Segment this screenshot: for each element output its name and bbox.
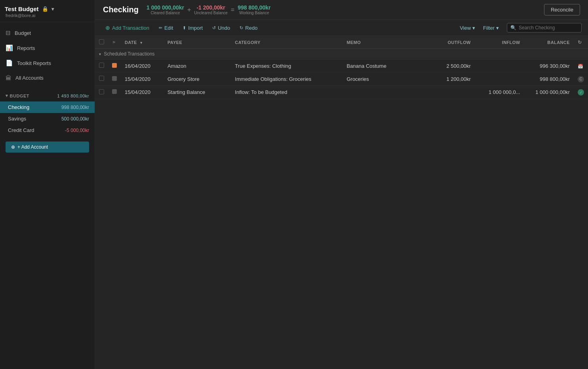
scheduled-group-row[interactable]: ▾ Scheduled Transactions [95,49,588,59]
cleared-balance-block: 1 000 000,00kr Cleared Balance [147,4,184,15]
account-name-savings: Savings [8,116,26,122]
app-title-text: Test Budget [5,6,39,12]
col-header-outflow[interactable]: OUTFLOW [425,36,475,49]
view-label: View [460,25,471,31]
date-sort-icon[interactable]: ▼ [139,41,143,45]
account-item-credit-card[interactable]: Credit Card -5 000,00kr [0,124,95,136]
sidebar-nav: ⊟ Budget 📊 Reports 📄 Toolkit Reports 🏛 A… [0,22,95,88]
reconcile-button[interactable]: Reconcile [544,4,580,15]
table-body: ▾ Scheduled Transactions 16/04/2020 Amaz… [95,49,588,99]
col-header-category[interactable]: CATEGORY [231,36,343,49]
import-button[interactable]: ⬆ Import [179,23,207,33]
search-box[interactable]: 🔍 [507,23,582,33]
row-flag-icon[interactable] [112,63,117,68]
undo-label: Undo [218,25,230,31]
row-category[interactable]: True Expenses: Clothing [231,59,343,73]
search-icon: 🔍 [510,25,516,31]
add-transaction-icon: ⊕ [105,25,110,31]
table-row[interactable]: 16/04/2020 Amazon True Expenses: Clothin… [95,59,588,73]
scheduled-chevron-icon[interactable]: ▾ [99,52,101,56]
row-flag-cell[interactable] [108,86,121,99]
edit-icon: ✏ [159,25,162,31]
col-header-memo[interactable]: MEMO [343,36,425,49]
row-balance: 996 300,00kr [524,59,573,73]
sidebar-item-reports[interactable]: 📊 Reports [0,40,95,55]
row-flag-cell[interactable] [108,59,121,73]
account-item-checking[interactable]: Checking 998 800,00kr [0,101,95,113]
table-row[interactable]: 15/04/2020 Grocery Store Immediate Oblig… [95,73,588,86]
lock-icon[interactable]: 🔒 [42,6,48,12]
row-checkbox[interactable] [99,63,104,68]
redo-label: Redo [245,25,257,31]
balance-info: 1 000 000,00kr Cleared Balance + -1 200,… [147,4,270,15]
row-payee[interactable]: Amazon [164,59,231,73]
row-payee[interactable]: Starting Balance [164,86,231,99]
app-email: fredrik@bore.ai [5,13,90,18]
col-header-date[interactable]: DATE ▼ [121,36,164,49]
table-header: ⚑ DATE ▼ PAYEE CATEGORY MEMO [95,36,588,49]
add-transaction-button[interactable]: ⊕ Add Transaction [101,23,153,33]
uncleared-balance-block: -1 200,00kr Uncleared Balance [194,4,228,15]
row-category[interactable]: Immediate Obligations: Groceries [231,73,343,86]
app-title-bar: Test Budget 🔒 ▾ [5,6,90,12]
row-action-cell[interactable]: 📅 [574,59,588,73]
row-checkbox-cell[interactable] [95,59,108,73]
col-header-balance[interactable]: BALANCE [524,36,573,49]
header-checkbox[interactable] [99,39,104,44]
sidebar-item-toolkit-reports[interactable]: 📄 Toolkit Reports [0,55,95,71]
filter-label: Filter [483,25,495,31]
cleared-status-icon[interactable]: C [578,76,584,82]
transactions-table: ⚑ DATE ▼ PAYEE CATEGORY MEMO [95,36,588,99]
sidebar-item-all-accounts[interactable]: 🏛 All Accounts [0,71,95,85]
col-header-action: ↻ [574,36,588,49]
col-header-inflow[interactable]: INFLOW [475,36,524,49]
accounts-section: ▾ BUDGET 1 493 800,00kr Checking 998 800… [0,88,95,138]
row-balance: 1 000 000,00kr [524,86,573,99]
row-payee[interactable]: Grocery Store [164,73,231,86]
row-action-cell[interactable]: C [574,73,588,86]
row-flag-cell[interactable] [108,73,121,86]
all-accounts-icon: 🏛 [6,75,11,81]
row-action-cell[interactable]: ✓ [574,86,588,99]
row-flag-icon[interactable] [112,89,117,94]
filter-button[interactable]: Filter ▾ [480,23,502,33]
redo-button[interactable]: ↻ Redo [236,23,261,33]
undo-button[interactable]: ↺ Undo [208,23,234,33]
col-header-payee[interactable]: PAYEE [164,36,231,49]
import-icon: ⬆ [183,25,186,31]
view-filter-group: View ▾ Filter ▾ [457,23,502,33]
budget-section-total: 1 493 800,00kr [57,94,89,98]
scheduled-group-label: Scheduled Transactions [104,51,154,57]
col-header-check[interactable] [95,36,108,49]
budget-section-chevron[interactable]: ▾ [6,93,8,98]
redo-icon: ↻ [240,25,243,31]
sidebar-item-reports-label: Reports [17,45,35,51]
row-category[interactable]: Inflow: To be Budgeted [231,86,343,99]
row-checkbox-cell[interactable] [95,73,108,86]
sidebar: Test Budget 🔒 ▾ fredrik@bore.ai ⊟ Budget… [0,0,95,369]
table-row[interactable]: 15/04/2020 Starting Balance Inflow: To b… [95,86,588,99]
search-input[interactable] [519,25,578,31]
account-chevron-icon[interactable]: ▾ [51,6,54,12]
row-checkbox-cell[interactable] [95,86,108,99]
row-outflow: 1 200,00kr [425,73,475,86]
refresh-icon[interactable]: ↻ [578,40,582,45]
add-account-button[interactable]: ⊕ + Add Account [6,141,89,153]
main-content: Checking 1 000 000,00kr Cleared Balance … [95,0,588,369]
cleared-status-icon[interactable]: ✓ [578,89,584,96]
account-item-savings[interactable]: Savings 500 000,00kr [0,113,95,124]
row-flag-icon[interactable] [112,76,117,81]
toolkit-reports-icon: 📄 [6,59,13,67]
equals-operator: = [231,6,234,13]
view-button[interactable]: View ▾ [457,23,478,33]
sidebar-item-budget[interactable]: ⊟ Budget [0,25,95,40]
row-outflow: 2 500,00kr [425,59,475,73]
row-checkbox[interactable] [99,89,104,94]
edit-button[interactable]: ✏ Edit [155,23,177,33]
row-checkbox[interactable] [99,76,104,81]
row-outflow [425,86,475,99]
working-balance-value: 998 800,00kr [238,4,270,11]
calendar-icon[interactable]: 📅 [578,64,583,69]
transactions-table-container: ⚑ DATE ▼ PAYEE CATEGORY MEMO [95,36,588,369]
reconcile-label: Reconcile [551,7,573,13]
